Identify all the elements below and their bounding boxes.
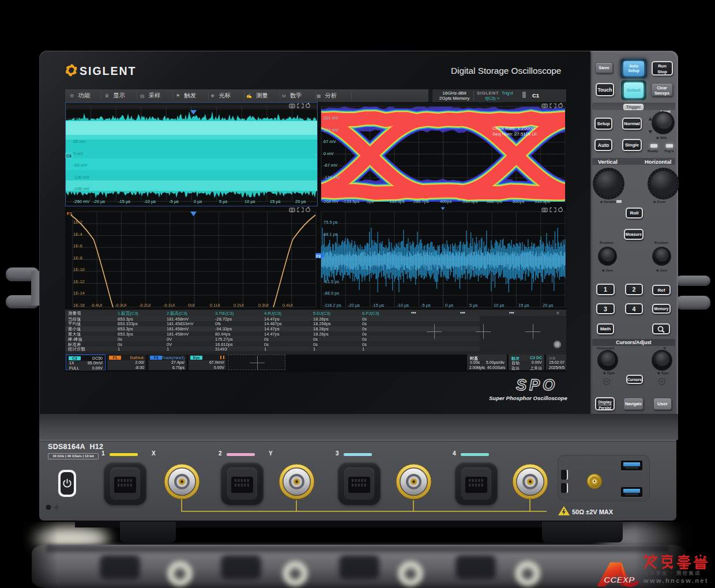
svg-text:266.7ps: 266.7ps: [413, 199, 429, 204]
svg-text:15 µs: 15 µs: [270, 199, 281, 204]
svg-text:65 mV: 65 mV: [73, 139, 86, 144]
svg-text:1E-2: 1E-2: [73, 220, 82, 225]
svg-text:1E-16: 1E-16: [73, 303, 85, 308]
svg-text:666.7ps: 666.7ps: [487, 199, 502, 204]
svg-text:0ps: 0ps: [367, 199, 374, 204]
svg-text:0.4UI: 0.4UI: [283, 303, 293, 308]
svg-text:F3: F3: [317, 254, 321, 258]
svg-text:48.1 ps: 48.1 ps: [323, 232, 338, 237]
svg-text:1E-4: 1E-4: [73, 232, 82, 237]
svg-text:201 mV: 201 mV: [323, 115, 338, 120]
svg-text:10 µs: 10 µs: [494, 303, 505, 308]
svg-text:1E-6: 1E-6: [73, 243, 82, 248]
svg-text:-195 mV: -195 mV: [73, 186, 89, 191]
svg-text:-20 µs: -20 µs: [348, 303, 360, 308]
svg-text:-65 mV: -65 mV: [73, 163, 87, 168]
svg-text:-130 mV: -130 mV: [73, 175, 89, 180]
svg-text:20 µs: 20 µs: [295, 199, 306, 204]
svg-text:-5 µs: -5 µs: [169, 199, 179, 204]
svg-text:0UI: 0UI: [188, 303, 195, 308]
svg-text:800ps: 800ps: [513, 199, 525, 204]
svg-text:1E-8: 1E-8: [73, 255, 82, 261]
svg-text:-0.3UI: -0.3UI: [115, 303, 126, 308]
svg-text:0 µs: 0 µs: [445, 303, 454, 308]
svg-text:400ps: 400ps: [440, 199, 452, 204]
svg-text:-0.2UI: -0.2UI: [139, 303, 150, 308]
svg-text:-5 µs: -5 µs: [421, 303, 431, 308]
svg-text:SIGLENT: SIGLENT: [80, 65, 137, 77]
svg-text:⎈ 50%: ⎈ 50%: [656, 136, 667, 140]
svg-text:75.5 ps: 75.5 ps: [323, 220, 338, 225]
svg-text:195 mV: 195 mV: [73, 116, 88, 122]
svg-text:0 mV: 0 mV: [73, 151, 84, 156]
svg-text:-116.2 ps: -116.2 ps: [323, 303, 341, 308]
svg-text:134 mV: 134 mV: [323, 127, 338, 133]
svg-text:1E-14: 1E-14: [73, 291, 85, 296]
svg-text:0.2UI: 0.2UI: [234, 303, 244, 308]
svg-text:-133.3ps: -133.3ps: [343, 199, 359, 204]
svg-text:-260 mV: -260 mV: [73, 199, 89, 204]
svg-text:-10 µs: -10 µs: [144, 199, 156, 204]
svg-text:-134 mV: -134 mV: [323, 175, 340, 180]
svg-text:-88.9 ps: -88.9 ps: [323, 291, 339, 296]
svg-text:-67 mV: -67 mV: [323, 163, 337, 168]
svg-text:1E-12: 1E-12: [73, 279, 85, 284]
svg-text:F1: F1: [67, 211, 73, 216]
svg-text:CCEXP: CCEXP: [604, 575, 635, 585]
svg-text:0.3UI: 0.3UI: [258, 303, 269, 308]
svg-text:Super Phosphor Oscilloscope: Super Phosphor Oscilloscope: [489, 395, 567, 401]
svg-text:-15 µs: -15 µs: [372, 303, 384, 308]
svg-text:20 µs: 20 µs: [543, 303, 554, 308]
svg-text:5 µs: 5 µs: [219, 199, 228, 204]
svg-text:0.1UI: 0.1UI: [210, 303, 220, 308]
svg-text:-268 mV: -268 mV: [322, 199, 338, 204]
svg-text:15 µs: 15 µs: [518, 303, 529, 308]
svg-text:-0.4UI: -0.4UI: [91, 303, 102, 308]
svg-text:SPO: SPO: [516, 376, 558, 394]
svg-text:133.3ps: 133.3ps: [389, 199, 405, 204]
svg-text:5 µs: 5 µs: [469, 303, 478, 308]
svg-text:67 mV: 67 mV: [323, 139, 336, 144]
svg-text:-10 µs: -10 µs: [397, 303, 409, 308]
svg-text:933.3ps: 933.3ps: [535, 199, 550, 204]
svg-text:-0.1UI: -0.1UI: [163, 303, 175, 308]
svg-text:0 mV: 0 mV: [323, 151, 334, 156]
svg-text:Clock Rate: 1.2500G: Clock Rate: 1.2500G: [492, 126, 535, 131]
svg-text:0 µs: 0 µs: [194, 199, 202, 204]
svg-text:10 µs: 10 µs: [244, 199, 255, 204]
svg-text:-15 µs: -15 µs: [118, 199, 130, 204]
svg-text:1E-10: 1E-10: [73, 267, 85, 272]
svg-text:-61.5 ps: -61.5 ps: [323, 279, 339, 284]
svg-text:533.3ps: 533.3ps: [462, 199, 478, 204]
svg-text:Seq Num: 27.510k UI: Seq Num: 27.510k UI: [492, 131, 536, 137]
svg-text:C3: C3: [66, 154, 72, 158]
svg-text:-20 µs: -20 µs: [93, 199, 105, 204]
